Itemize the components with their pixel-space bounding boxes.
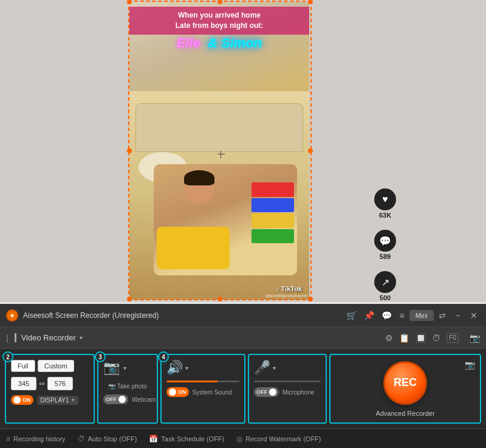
auto-stop-label: Auto Stop (OFF) [88, 435, 137, 443]
sound-toggle-label: ON [178, 389, 187, 395]
width-input[interactable] [11, 377, 36, 390]
display-toggle-label: ON [22, 397, 31, 403]
window-controls: ⇄ − ✕ [436, 309, 480, 322]
app-icon: ● [6, 309, 18, 322]
comment-count: 589 [380, 253, 391, 260]
section-mic: 🎤 ▾ OFF Microphone [248, 354, 327, 424]
chat-icon[interactable]: 💬 [382, 311, 392, 320]
mini-button[interactable]: Mini [409, 310, 434, 321]
mic-chevron-icon: ▾ [273, 365, 276, 371]
section-rec: 📷 REC Advanced Recorder [329, 354, 481, 424]
pin-icon[interactable]: 📌 [364, 311, 374, 320]
close-button[interactable]: ✕ [468, 309, 480, 322]
mic-toggle[interactable]: OFF [254, 387, 279, 397]
status-bar: ≡ Recording history ⏱ Auto Stop (OFF) 📅 … [0, 429, 486, 448]
recording-history-item[interactable]: ≡ Recording history [6, 435, 66, 443]
minimize-button[interactable]: − [453, 309, 463, 322]
f0-icon[interactable]: F0 [447, 333, 459, 343]
webcam-toggle[interactable]: OFF [103, 395, 128, 404]
person-hair [184, 170, 214, 185]
auto-stop-item[interactable]: ⏱ Auto Stop (OFF) [78, 435, 137, 443]
sound-toggle-circle [169, 388, 176, 396]
mic-toggle-label: OFF [256, 389, 267, 395]
sound-slider-area [166, 381, 239, 382]
section-sound: 4 🔊 ▾ ON System Sound [160, 354, 245, 424]
share-icon: ↗ [374, 271, 396, 293]
sound-header: 🔊 ▾ [166, 360, 239, 376]
like-count: 63K [379, 212, 391, 219]
sound-toggle[interactable]: ON [166, 387, 189, 397]
display-toggle[interactable]: ON [11, 395, 33, 405]
controls-area: 2 Full Custom ⇔ ON DISPLAY1 ▾ [0, 349, 486, 429]
sound-speaker-icon: 🔊 [166, 360, 183, 376]
clipboard-icon[interactable]: 📋 [399, 333, 409, 343]
share-count: 500 [380, 294, 391, 302]
rec-label: REC [394, 376, 417, 389]
task-schedule-label: Task Schedule (OFF) [161, 435, 224, 443]
display1-label: DISPLAY1 [41, 397, 69, 404]
mode-separator: | [6, 333, 9, 343]
section4-label: 4 [158, 351, 169, 362]
bed-scene [129, 91, 309, 300]
tiktok-video-inner: When you arrived home Late from boys nig… [129, 2, 309, 300]
tiktok-username: @kimitnjosephavier [265, 293, 308, 298]
height-input[interactable] [47, 377, 73, 390]
yellow-pillow [157, 227, 230, 269]
mode-selector[interactable]: Video Recorder ▾ [15, 333, 83, 342]
sound-slider[interactable] [166, 381, 239, 382]
mic-slider-area [254, 381, 321, 382]
display-select[interactable]: DISPLAY1 ▾ [37, 396, 78, 405]
box-green [252, 229, 294, 244]
mode-bar: | Video Recorder ▾ ⚙ 📋 🔲 ⏱ F0 📷 [0, 327, 486, 349]
section3-label: 3 [95, 351, 106, 362]
sound-toggle-row: ON System Sound [166, 387, 239, 397]
webcam-toggle-label: OFF [106, 396, 117, 402]
box-blue [252, 198, 294, 213]
overlay-line2: Late from boys night out: [135, 21, 303, 31]
rec-button[interactable]: REC [383, 361, 427, 405]
flip-button[interactable]: ⇄ [436, 309, 448, 322]
mode-label: Video Recorder [21, 333, 76, 342]
person-figure [154, 164, 297, 275]
custom-button[interactable]: Custom [38, 360, 74, 372]
full-button[interactable]: Full [11, 360, 35, 372]
display-chevron-icon: ▾ [72, 397, 75, 403]
take-photo-label: 📷 Take photo [103, 383, 152, 390]
advanced-recorder-label: Advanced Recorder [375, 410, 434, 417]
app-title: Aiseesoft Screen Recorder (Unregistered) [23, 311, 346, 320]
history-label: Recording history [13, 435, 66, 443]
timer-icon[interactable]: ⏱ [432, 333, 440, 343]
toolbar: ● Aiseesoft Screen Recorder (Unregistere… [0, 304, 486, 448]
mic-slider[interactable] [254, 381, 321, 382]
box-yellow [252, 213, 294, 228]
webcam-chevron-icon: ▾ [123, 365, 126, 371]
microphone-icon: 🎤 [254, 360, 270, 376]
settings-icon[interactable]: ⚙ [385, 333, 393, 343]
display-row: ON DISPLAY1 ▾ [11, 395, 89, 405]
section-screen: 2 Full Custom ⇔ ON DISPLAY1 ▾ [5, 354, 95, 424]
share-action[interactable]: ↗ 500 [374, 271, 396, 302]
webcam-toggle-circle [118, 396, 126, 403]
comment-action[interactable]: 💬 589 [374, 230, 396, 260]
tiktok-label: TikTok [281, 285, 302, 292]
like-action[interactable]: ♥ 63K [374, 188, 396, 219]
mode-bar-icons: ⚙ 📋 🔲 ⏱ F0 [385, 333, 459, 343]
person-head [184, 170, 214, 204]
menu-icon[interactable]: ≡ [399, 311, 404, 320]
snapshot-icon[interactable]: 📷 [465, 360, 475, 370]
boxes-pile [252, 182, 294, 243]
mode-chevron-icon: ▾ [80, 334, 83, 341]
watermark-label: Record Watermark (OFF) [245, 435, 321, 443]
video-area: When you arrived home Late from boys nig… [0, 0, 486, 302]
calendar-icon: 📅 [149, 435, 158, 443]
task-schedule-item[interactable]: 📅 Task Schedule (OFF) [149, 435, 224, 443]
cart-icon[interactable]: 🛒 [346, 311, 357, 320]
toolbar-topbar: ● Aiseesoft Screen Recorder (Unregistere… [0, 304, 486, 327]
webcam-toggle-row: OFF Webcam [103, 395, 152, 404]
neon-overlay: Elle & Simon [132, 35, 306, 51]
screen-dims: ⇔ [11, 377, 89, 390]
watermark-item[interactable]: ◎ Record Watermark (OFF) [236, 435, 321, 443]
sound-chevron-icon: ▾ [185, 365, 188, 371]
screen-icon[interactable]: 🔲 [416, 333, 426, 343]
camera-snap-icon[interactable]: 📷 [470, 333, 480, 343]
